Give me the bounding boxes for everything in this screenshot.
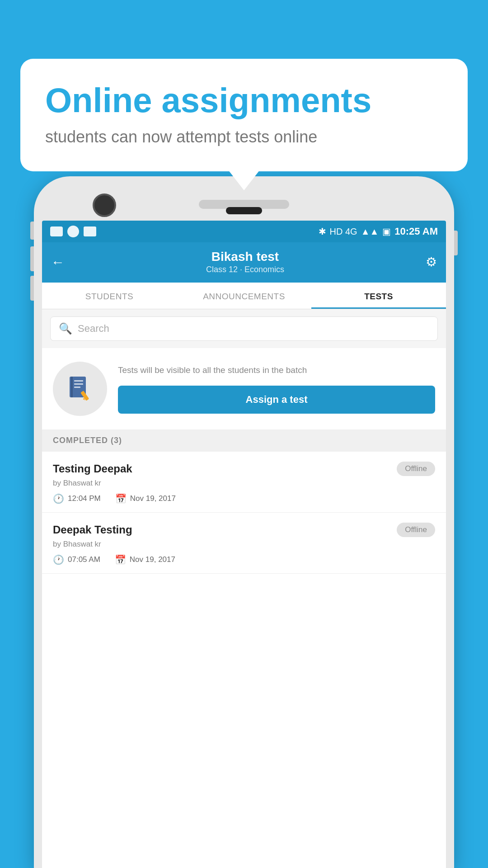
header-subtitle: Class 12 · Economics [206, 265, 284, 274]
signal-bars: ▲▲ [361, 226, 379, 237]
tab-announcements[interactable]: ANNOUNCEMENTS [177, 283, 311, 309]
phone-shell: ✱ HD 4G ▲▲ ▣ 10:25 AM ← Bikash test Clas… [34, 176, 454, 868]
search-container: 🔍 Search [42, 309, 446, 348]
phone-screen: ✱ HD 4G ▲▲ ▣ 10:25 AM ← Bikash test Clas… [42, 221, 446, 868]
calendar-icon: 📅 [115, 493, 127, 504]
speech-bubble: Online assignments students can now atte… [20, 59, 468, 171]
tabs-bar: STUDENTS ANNOUNCEMENTS TESTS [42, 283, 446, 309]
calendar-icon: 📅 [115, 554, 126, 565]
offline-badge: Offline [397, 462, 435, 476]
app-icon-1 [50, 226, 63, 236]
search-box[interactable]: 🔍 Search [50, 316, 438, 341]
test-time: 🕐 12:04 PM [53, 493, 101, 504]
assign-test-button[interactable]: Assign a test [118, 386, 435, 414]
bubble-subtitle: students can now attempt tests online [45, 127, 443, 146]
test-item: Testing Deepak Offline by Bhaswat kr 🕐 1… [42, 452, 446, 513]
test-name: Deepak Testing [53, 524, 132, 536]
assign-right: Tests will be visible to all the student… [118, 364, 435, 414]
clock-icon: 🕐 [53, 554, 64, 565]
whatsapp-icon [67, 226, 79, 237]
status-icons-left [50, 226, 96, 237]
header-title: Bikash test [206, 250, 284, 264]
offline-badge: Offline [397, 523, 435, 537]
phone-front-sensor [226, 207, 262, 214]
test-item: Deepak Testing Offline by Bhaswat kr 🕐 0… [42, 513, 446, 574]
tab-students[interactable]: STUDENTS [42, 283, 177, 309]
svg-rect-4 [74, 387, 80, 388]
phone-camera [93, 193, 116, 217]
test-item-header: Deepak Testing Offline [53, 523, 435, 537]
search-placeholder: Search [78, 323, 109, 335]
battery-icon: ▣ [382, 226, 391, 237]
status-time: 10:25 AM [394, 226, 438, 237]
test-date: 📅 Nov 19, 2017 [115, 554, 175, 565]
search-icon: 🔍 [59, 322, 72, 335]
clock-icon: 🕐 [53, 493, 64, 504]
svg-rect-3 [74, 383, 83, 385]
phone-side-btn-left1 [30, 222, 34, 240]
tab-tests[interactable]: TESTS [311, 283, 446, 309]
test-meta: 🕐 07:05 AM 📅 Nov 19, 2017 [53, 554, 435, 565]
status-icons-right: ✱ HD 4G ▲▲ ▣ 10:25 AM [319, 226, 438, 237]
back-button[interactable]: ← [51, 255, 65, 270]
status-bar: ✱ HD 4G ▲▲ ▣ 10:25 AM [42, 221, 446, 242]
svg-rect-1 [71, 377, 73, 397]
settings-button[interactable]: ⚙ [426, 255, 437, 269]
header-center: Bikash test Class 12 · Economics [206, 250, 284, 274]
assign-section: Tests will be visible to all the student… [42, 348, 446, 429]
test-meta: 🕐 12:04 PM 📅 Nov 19, 2017 [53, 493, 435, 504]
test-date: 📅 Nov 19, 2017 [115, 493, 176, 504]
test-author: by Bhaswat kr [53, 479, 435, 488]
test-item-header: Testing Deepak Offline [53, 462, 435, 476]
phone-side-btn-left3 [30, 276, 34, 301]
app-header: ← Bikash test Class 12 · Economics ⚙ [42, 242, 446, 283]
phone-side-btn-right [454, 231, 458, 255]
test-time: 🕐 07:05 AM [53, 554, 100, 565]
gallery-icon [84, 226, 96, 236]
svg-rect-2 [74, 380, 83, 382]
phone-side-btn-left2 [30, 246, 34, 271]
test-name: Testing Deepak [53, 462, 132, 475]
bubble-title: Online assignments [45, 81, 443, 119]
notebook-icon [66, 375, 94, 403]
hd-4g-label: HD 4G [330, 226, 357, 237]
test-icon-circle [53, 362, 107, 416]
test-author: by Bhaswat kr [53, 540, 435, 549]
assign-info-text: Tests will be visible to all the student… [118, 364, 435, 377]
completed-section-header: COMPLETED (3) [42, 429, 446, 452]
bluetooth-icon: ✱ [319, 226, 326, 237]
